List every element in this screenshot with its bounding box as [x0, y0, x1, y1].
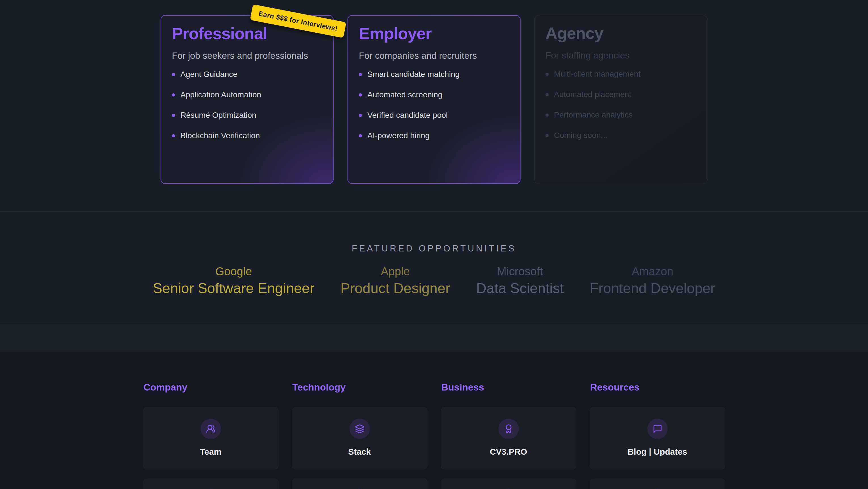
plan-title: Employer — [359, 24, 509, 43]
bullet-icon — [172, 134, 175, 137]
plan-feature-label: Smart candidate matching — [367, 70, 460, 79]
layers-icon — [349, 419, 370, 439]
plans-section: Earn $$$ for Interviews! Professional Fo… — [0, 0, 868, 211]
plan-feature: Coming soon... — [546, 131, 696, 140]
plan-feature: Performance analytics — [546, 110, 696, 120]
job-title: Frontend Developer — [590, 280, 715, 297]
job-title: Data Scientist — [476, 280, 564, 297]
plan-feature-label: Multi-client management — [554, 69, 641, 79]
footer-column-business: Business CV3.PRO — [441, 382, 577, 489]
plan-feature-list: Agent Guidance Application Automation Ré… — [172, 69, 322, 141]
footer-column-resources: Resources Blog | Updates — [590, 382, 725, 489]
footer-heading: Resources — [590, 382, 725, 393]
plan-feature-label: Performance analytics — [554, 110, 632, 119]
plan-feature-label: AI-powered hiring — [367, 131, 430, 140]
plan-feature-label: Automated placement — [554, 90, 631, 99]
site-footer: Company Team Technology Stack — [0, 351, 868, 489]
plan-feature: Automated placement — [546, 90, 696, 99]
footer-card-label: Blog | Updates — [627, 447, 687, 457]
featured-opportunities-section: FEATURED OPPORTUNITIES Google Senior Sof… — [0, 211, 868, 324]
plan-feature-label: Automated screening — [367, 90, 442, 99]
job-title: Product Designer — [341, 280, 450, 297]
footer-heading: Technology — [292, 382, 428, 393]
plan-feature: AI-powered hiring — [359, 131, 509, 141]
plan-card-employer[interactable]: Employer For companies and recruiters Sm… — [347, 15, 521, 184]
bullet-icon — [546, 114, 549, 117]
footer-card-label: Team — [200, 447, 221, 457]
plan-title: Agency — [546, 24, 696, 42]
footer-card-team[interactable]: Team — [143, 407, 279, 469]
plan-feature: Agent Guidance — [172, 69, 322, 79]
bullet-icon — [172, 114, 175, 117]
footer-card-blog[interactable]: Blog | Updates — [590, 407, 725, 469]
plan-subtitle: For companies and recruiters — [359, 50, 509, 61]
bullet-icon — [172, 73, 175, 76]
footer-card-cv3pro[interactable]: CV3.PRO — [441, 407, 577, 469]
footer-card-label: CV3.PRO — [490, 447, 527, 457]
plan-feature: Multi-client management — [546, 69, 696, 79]
job-title: Senior Software Engineer — [153, 280, 315, 297]
plan-feature: Résumé Optimization — [172, 110, 322, 120]
bullet-icon — [546, 73, 549, 76]
footer-card-partial[interactable] — [441, 479, 577, 489]
message-icon — [647, 419, 668, 439]
section-divider-band — [0, 324, 868, 351]
footer-card-label: Stack — [348, 447, 371, 457]
plan-feature-list: Multi-client management Automated placem… — [546, 69, 696, 140]
plan-feature-label: Application Automation — [180, 90, 261, 99]
footer-card-partial[interactable] — [590, 479, 725, 489]
plan-feature-label: Blockchain Verification — [180, 131, 260, 140]
featured-job-microsoft[interactable]: Microsoft Data Scientist — [476, 264, 564, 297]
plan-feature-label: Agent Guidance — [180, 70, 238, 79]
plan-feature-label: Résumé Optimization — [180, 111, 256, 120]
bullet-icon — [359, 134, 362, 137]
plan-feature-label: Coming soon... — [554, 131, 607, 140]
plans-row: Professional For job seekers and profess… — [160, 15, 708, 184]
bullet-icon — [172, 93, 175, 96]
footer-heading: Company — [144, 382, 279, 393]
plan-feature: Application Automation — [172, 90, 322, 99]
job-company: Apple — [341, 264, 450, 278]
plan-subtitle: For job seekers and professionals — [172, 50, 322, 61]
bullet-icon — [359, 114, 362, 117]
plan-feature: Blockchain Verification — [172, 131, 322, 141]
bullet-icon — [359, 73, 362, 76]
award-icon — [498, 419, 519, 439]
users-icon — [200, 419, 221, 439]
footer-columns: Company Team Technology Stack — [143, 382, 725, 489]
job-company: Microsoft — [476, 264, 564, 278]
featured-heading: FEATURED OPPORTUNITIES — [0, 243, 868, 254]
plan-subtitle: For staffing agencies — [546, 50, 696, 61]
footer-column-company: Company Team — [143, 382, 279, 489]
plan-feature: Verified candidate pool — [359, 110, 509, 120]
bullet-icon — [359, 93, 362, 96]
plan-feature: Smart candidate matching — [359, 69, 509, 79]
bullet-icon — [546, 134, 549, 137]
featured-job-apple[interactable]: Apple Product Designer — [341, 264, 450, 297]
plan-feature-label: Verified candidate pool — [367, 111, 447, 120]
job-company: Amazon — [590, 264, 715, 278]
job-company: Google — [153, 264, 315, 278]
featured-job-google[interactable]: Google Senior Software Engineer — [153, 264, 315, 297]
footer-heading: Business — [441, 382, 577, 393]
plan-card-professional[interactable]: Professional For job seekers and profess… — [160, 15, 334, 184]
bullet-icon — [546, 93, 549, 96]
plan-feature-list: Smart candidate matching Automated scree… — [359, 69, 509, 141]
featured-jobs-row: Google Senior Software Engineer Apple Pr… — [0, 264, 868, 297]
plan-card-agency: Agency For staffing agencies Multi-clien… — [534, 15, 708, 184]
footer-column-technology: Technology Stack — [292, 382, 428, 489]
footer-card-partial[interactable] — [143, 479, 279, 489]
footer-card-stack[interactable]: Stack — [292, 407, 428, 469]
plan-feature: Automated screening — [359, 90, 509, 99]
featured-job-amazon[interactable]: Amazon Frontend Developer — [590, 264, 715, 297]
footer-card-partial[interactable] — [292, 479, 428, 489]
